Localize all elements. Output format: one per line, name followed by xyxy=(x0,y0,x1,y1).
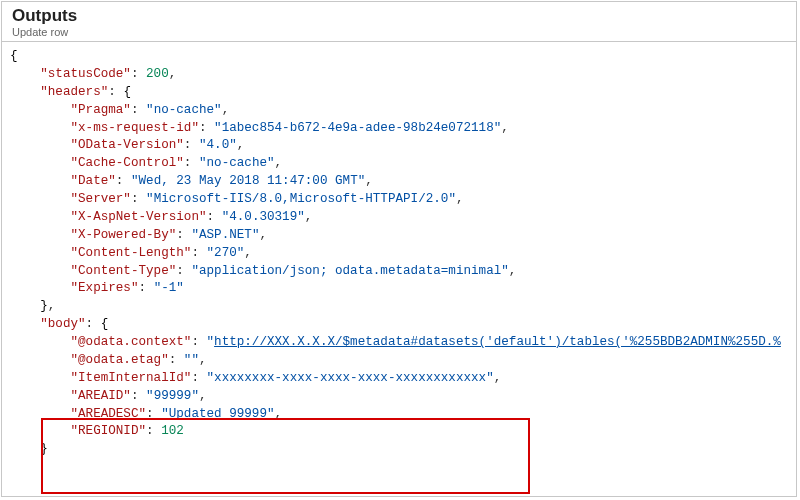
val-iteminternalid: xxxxxxxx-xxxx-xxxx-xxxx-xxxxxxxxxxxx xyxy=(214,371,486,385)
val-odatav: 4.0 xyxy=(207,138,230,152)
val-cachectl: no-cache xyxy=(207,156,267,170)
val-odatactx[interactable]: http://XXX.X.X.X/$metadata#datasets('def… xyxy=(214,335,781,349)
val-server: Microsoft-IIS/8.0,Microsoft-HTTPAPI/2.0 xyxy=(154,192,449,206)
val-poweredby: ASP.NET xyxy=(199,228,252,242)
json-output: { "statusCode": 200, "headers": { "Pragm… xyxy=(2,42,796,465)
val-areaid: 99999 xyxy=(154,389,192,403)
val-clen: 270 xyxy=(214,246,237,260)
val-aspnetv: 4.0.30319 xyxy=(229,210,297,224)
panel-title: Outputs xyxy=(12,6,786,26)
val-xmsreqid: 1abec854-b672-4e9a-adee-98b24e072118 xyxy=(222,121,494,135)
val-pragma: no-cache xyxy=(154,103,214,117)
val-regionid: 102 xyxy=(161,424,184,438)
panel-header: Outputs Update row xyxy=(2,2,796,42)
outputs-panel: Outputs Update row { "statusCode": 200, … xyxy=(1,1,797,497)
val-ctype: application/json; odata.metadata=minimal xyxy=(199,264,501,278)
panel-subtitle: Update row xyxy=(12,26,786,38)
val-date: Wed, 23 May 2018 11:47:00 GMT xyxy=(139,174,358,188)
val-expires: -1 xyxy=(161,281,176,295)
val-statusCode: 200 xyxy=(146,67,169,81)
val-areadesc: Updated 99999 xyxy=(169,407,267,421)
